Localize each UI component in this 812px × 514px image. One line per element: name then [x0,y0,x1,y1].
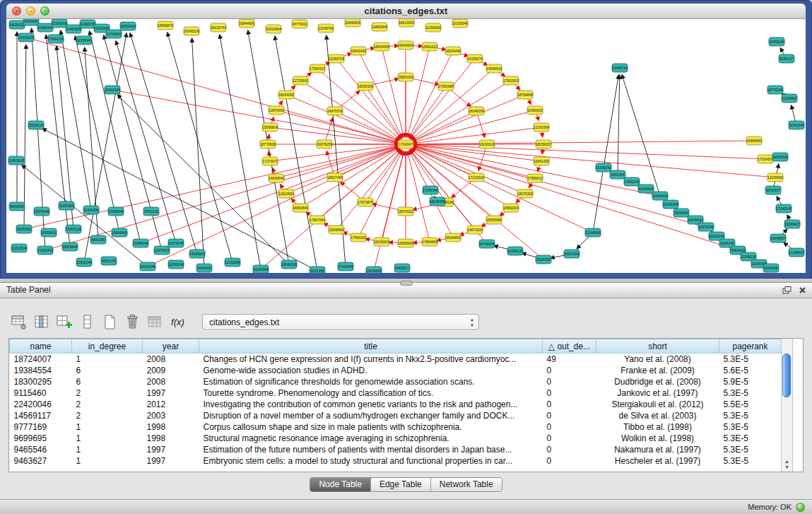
add-column-button[interactable] [55,313,74,332]
table-cell[interactable]: 0 [543,455,596,467]
table-cell[interactable]: Franke et al. (2009) [596,365,719,376]
table-cell[interactable]: 5.3E-5 [719,410,782,421]
table-cell[interactable]: Disruption of a novel member of a sodium… [199,410,543,421]
graph-edge[interactable] [413,141,754,144]
delete-button[interactable] [123,313,142,332]
graph-edge[interactable] [167,33,233,262]
table-cell[interactable]: Yano et al. (2008) [596,354,719,366]
table-cell[interactable]: 9777169 [10,421,72,433]
table-row[interactable]: 1456911722003Disruption of a novel membe… [10,410,782,421]
table-cell[interactable]: Tourette syndrome. Phenomenology and cla… [199,387,543,399]
table-cell[interactable]: Embryonic stem cells: a model to study s… [199,455,543,467]
table-row[interactable]: 946554611997Estimation of the future num… [10,444,782,455]
table-cell[interactable]: de Silva et al. (2003) [596,410,719,421]
table-cell[interactable]: Structural magnetic resonance image aver… [199,433,543,444]
table-cell[interactable]: 1 [72,354,143,366]
table-cell[interactable]: 1997 [143,455,199,467]
table-cell[interactable]: 0 [543,410,596,421]
minimize-window-button[interactable]: − [26,6,35,16]
panel-resize-handle[interactable] [400,281,413,286]
graph-edge[interactable] [61,30,91,210]
table-cell[interactable]: 18300295 [10,376,72,387]
column-header[interactable]: in_degree [72,339,143,354]
function-builder-button[interactable]: f(x) [168,313,187,332]
table-cell[interactable]: Genome-wide association studies in ADHD. [199,365,543,376]
table-row[interactable]: 1830029562008Estimation of significance … [10,376,782,387]
table-row[interactable]: 977716911998Corpus callosum shape and si… [10,421,782,433]
table-cell[interactable]: 9115460 [10,387,72,399]
graph-edge[interactable] [192,38,204,268]
table-cell[interactable]: 1 [72,444,143,455]
table-cell[interactable]: 2009 [143,365,199,376]
table-cell[interactable]: Investigating the contribution of common… [199,399,543,410]
table-cell[interactable]: 2 [72,410,143,421]
table-cell[interactable]: 1997 [143,387,199,399]
table-cell[interactable]: 0 [543,365,596,376]
graph-edge[interactable] [270,145,399,161]
table-cell[interactable]: 22420046 [10,399,72,410]
graph-edge[interactable] [407,47,430,137]
column-header[interactable]: title [199,339,543,354]
graph-edge[interactable] [382,47,404,137]
table-settings-button[interactable]: ⚙ [10,313,29,332]
column-header[interactable]: pagerank [719,339,782,354]
tab-node-table[interactable]: Node Table [310,478,371,491]
table-cell[interactable]: 2003 [143,410,199,421]
table-cell[interactable]: 49 [543,354,596,366]
table-cell[interactable]: Changes of HCN gene expression and I(f) … [199,354,543,366]
graph-edge[interactable] [618,75,620,175]
show-columns-button[interactable] [33,313,52,332]
column-header[interactable]: year [143,339,199,354]
table-row[interactable]: 946362711997Embryonic stem cells: a mode… [10,455,782,467]
table-cell[interactable]: 9465546 [10,444,72,455]
table-cell[interactable]: 5.3E-5 [719,455,782,467]
graph-edge[interactable] [300,81,399,141]
graph-edge[interactable] [24,45,26,229]
table-cell[interactable]: 0 [543,399,596,410]
table-row[interactable]: 969969511998Structural magnetic resonanc… [10,433,782,444]
table-cell[interactable]: Stergiakouli et al. (2012) [596,399,719,410]
table-cell[interactable]: 2012 [143,399,199,410]
table-cell[interactable]: Dudbridge et al. (2008) [596,376,719,387]
table-cell[interactable]: 6 [72,365,143,376]
vertical-scrollbar[interactable]: ▲▼ [781,339,793,472]
import-table-button[interactable] [146,313,165,332]
column-header[interactable]: short [596,339,719,354]
zoom-window-button[interactable]: + [40,6,49,16]
close-window-button[interactable]: × [12,6,21,16]
table-cell[interactable]: Wolkin et al. (1998) [596,433,719,444]
close-panel-icon[interactable]: × [799,285,806,296]
table-cell[interactable]: 0 [543,376,596,387]
graph-edge[interactable] [412,147,593,233]
table-cell[interactable]: 9699695 [10,433,72,444]
table-cell[interactable]: 1998 [143,433,199,444]
graph-edge[interactable] [413,127,541,144]
table-cell[interactable]: 2008 [143,376,199,387]
graph-edge[interactable] [407,151,430,242]
table-cell[interactable]: 5.5E-5 [719,399,782,410]
table-cell[interactable]: Corpus callosum shape and size in male p… [199,421,543,433]
graph-edge[interactable] [26,37,399,142]
graph-edge[interactable] [42,129,317,271]
table-cell[interactable]: Nakamura et al. (1997) [596,444,719,455]
new-file-button[interactable] [100,313,119,332]
table-cell[interactable]: 1998 [143,421,199,433]
table-cell[interactable]: 2008 [143,354,199,366]
row-editor-button[interactable] [78,313,97,332]
table-cell[interactable]: 1 [72,433,143,444]
table-cell[interactable]: 2 [72,399,143,410]
table-cell[interactable]: 19384554 [10,365,72,376]
float-panel-icon[interactable] [782,286,792,294]
table-cell[interactable]: 5.3E-5 [719,433,782,444]
graph-edge[interactable] [411,69,494,139]
table-row[interactable]: 1938455462009Genome-wide association stu… [10,365,782,376]
table-cell[interactable]: 5.9E-5 [719,376,782,387]
table-cell[interactable]: 9463627 [10,455,72,467]
table-cell[interactable]: Hescheler et al. (1997) [596,455,719,467]
table-cell[interactable]: 2 [72,387,143,399]
graph-edge[interactable] [130,33,197,254]
table-row[interactable]: 911546021997Tourette syndrome. Phenomeno… [10,387,782,399]
graph-edge[interactable] [32,28,45,250]
table-row[interactable]: 2242004622012Investigating the contribut… [10,399,782,410]
table-cell[interactable]: 0 [543,433,596,444]
